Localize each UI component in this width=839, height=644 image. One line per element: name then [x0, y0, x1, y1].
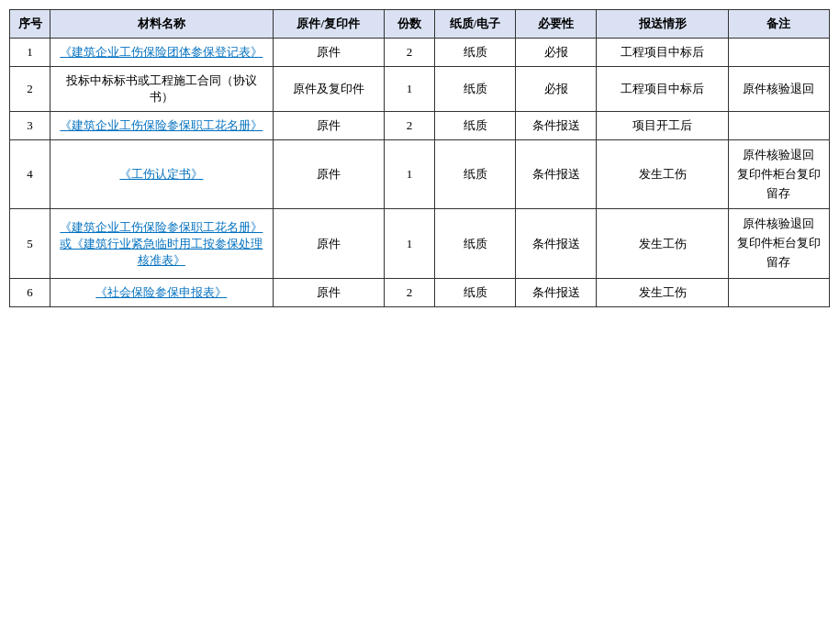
cell-name: 《建筑企业工伤保险团体参保登记表》: [50, 39, 274, 67]
cell-name: 投标中标标书或工程施工合同（协议书）: [50, 67, 274, 112]
cell-name: 《建筑企业工伤保险参保职工花名册》: [50, 112, 274, 140]
cell-seq: 3: [10, 112, 50, 140]
table-row: 4《工伤认定书》原件1纸质条件报送发生工伤原件核验退回 复印件柜台复印留存: [10, 140, 830, 209]
cell-required: 条件报送: [516, 278, 597, 306]
cell-paper: 纸质: [435, 209, 516, 278]
cell-paper: 纸质: [435, 278, 516, 306]
cell-report-condition: 发生工伤: [597, 140, 728, 209]
cell-original: 原件: [273, 112, 384, 140]
cell-copies: 2: [384, 112, 434, 140]
cell-required: 条件报送: [516, 209, 597, 278]
cell-required: 必报: [516, 67, 597, 112]
cell-seq: 4: [10, 140, 50, 209]
header-required: 必要性: [516, 10, 597, 39]
header-report: 报送情形: [597, 10, 728, 39]
cell-copies: 1: [384, 140, 434, 209]
header-name: 材料名称: [50, 10, 274, 39]
header-copies: 份数: [384, 10, 434, 39]
material-name-link[interactable]: 《建筑企业工伤保险团体参保登记表》: [60, 45, 263, 59]
cell-report-condition: 发生工伤: [597, 278, 728, 306]
cell-seq: 5: [10, 209, 50, 278]
cell-copies: 1: [384, 67, 434, 112]
material-name-link[interactable]: 《工伤认定书》: [119, 167, 203, 181]
header-seq: 序号: [10, 10, 50, 39]
material-name-link[interactable]: 《建筑企业工伤保险参保职工花名册》: [60, 118, 263, 132]
table-row: 5《建筑企业工伤保险参保职工花名册》或《建筑行业紧急临时用工按参保处理核准表》原…: [10, 209, 830, 278]
cell-remark: 原件核验退回 复印件柜台复印留存: [728, 140, 829, 209]
cell-report-condition: 项目开工后: [597, 112, 728, 140]
cell-name: 《社会保险参保申报表》: [50, 278, 274, 306]
cell-paper: 纸质: [435, 112, 516, 140]
cell-seq: 6: [10, 278, 50, 306]
header-remark: 备注: [728, 10, 829, 39]
cell-copies: 2: [384, 39, 434, 67]
cell-report-condition: 工程项目中标后: [597, 39, 728, 67]
cell-remark: [728, 278, 829, 306]
cell-required: 必报: [516, 39, 597, 67]
cell-original: 原件: [273, 140, 384, 209]
cell-required: 条件报送: [516, 112, 597, 140]
cell-required: 条件报送: [516, 140, 597, 209]
cell-report-condition: 发生工伤: [597, 209, 728, 278]
header-original: 原件/复印件: [273, 10, 384, 39]
cell-paper: 纸质: [435, 67, 516, 112]
materials-table: 序号 材料名称 原件/复印件 份数 纸质/电子 必要性 报送情形 备注 1《建筑…: [9, 9, 830, 307]
cell-name: 《工伤认定书》: [50, 140, 274, 209]
cell-original: 原件: [273, 39, 384, 67]
cell-original: 原件: [273, 278, 384, 306]
header-paper: 纸质/电子: [435, 10, 516, 39]
cell-copies: 1: [384, 209, 434, 278]
table-row: 1《建筑企业工伤保险团体参保登记表》原件2纸质必报工程项目中标后: [10, 39, 830, 67]
table-row: 3《建筑企业工伤保险参保职工花名册》原件2纸质条件报送项目开工后: [10, 112, 830, 140]
cell-remark: [728, 39, 829, 67]
material-name-link[interactable]: 《建筑企业工伤保险参保职工花名册》或《建筑行业紧急临时用工按参保处理核准表》: [60, 220, 263, 267]
cell-seq: 1: [10, 39, 50, 67]
cell-report-condition: 工程项目中标后: [597, 67, 728, 112]
cell-original: 原件: [273, 209, 384, 278]
cell-paper: 纸质: [435, 140, 516, 209]
cell-remark: [728, 112, 829, 140]
cell-paper: 纸质: [435, 39, 516, 67]
cell-remark: 原件核验退回 复印件柜台复印留存: [728, 209, 829, 278]
table-row: 6《社会保险参保申报表》原件2纸质条件报送发生工伤: [10, 278, 830, 306]
table-row: 2投标中标标书或工程施工合同（协议书）原件及复印件1纸质必报工程项目中标后原件核…: [10, 67, 830, 112]
cell-seq: 2: [10, 67, 50, 112]
cell-name: 《建筑企业工伤保险参保职工花名册》或《建筑行业紧急临时用工按参保处理核准表》: [50, 209, 274, 278]
cell-original: 原件及复印件: [273, 67, 384, 112]
cell-remark: 原件核验退回: [728, 67, 829, 112]
material-name-link[interactable]: 《社会保险参保申报表》: [95, 285, 227, 299]
cell-copies: 2: [384, 278, 434, 306]
table-header-row: 序号 材料名称 原件/复印件 份数 纸质/电子 必要性 报送情形 备注: [10, 10, 830, 39]
